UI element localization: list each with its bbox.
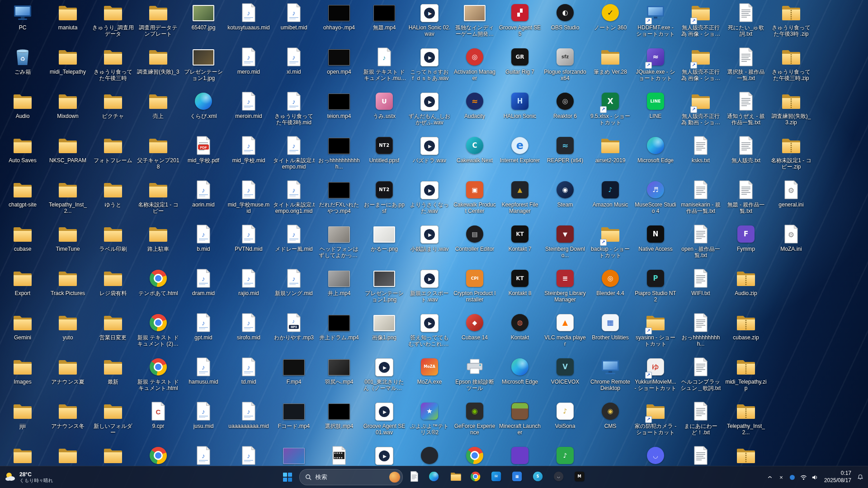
desktop-icon[interactable]: 孤独なインディーゲーム開発者の一生... <box>452 0 497 44</box>
desktop-icon[interactable]: アナウンス夏 <box>45 354 90 399</box>
kontakt-7[interactable]: KTKontakt 7 <box>497 221 542 266</box>
search-box[interactable]: 検索 <box>299 469 403 485</box>
desktop-icon[interactable]: ↗無人販売不正行為 動画 - ショートカット <box>678 89 723 133</box>
norton-360[interactable]: ✓ノートン 360 <box>588 0 633 44</box>
hddfmt-shortcut[interactable]: ↗HDDFMT.exe - ショートカット <box>633 0 678 44</box>
desktop-icon[interactable]: Export <box>0 266 45 310</box>
desktop-icon[interactable]: ♪td.mid <box>226 354 271 399</box>
desktop-icon[interactable]: WIFI.txt <box>678 266 723 310</box>
desktop-icon[interactable]: ▶こってｈｄすおｆｄｓｂあ.wav <box>407 44 452 89</box>
keepforest-file-manager[interactable]: ▲Keepforest File Manager <box>497 177 542 221</box>
pinned-app-file[interactable] <box>406 468 424 486</box>
desktop-icon[interactable]: ▶001_東北きりたん（ノーマル）_今じゃ... <box>362 354 407 399</box>
desktop-icon[interactable]: 選択肢.mp4 <box>316 399 362 443</box>
desktop-icon[interactable]: Track Pictures <box>45 266 90 310</box>
desktop-icon[interactable]: ♪ <box>542 443 588 466</box>
desktop-icon[interactable]: ♪ <box>226 443 271 466</box>
desktop-icon[interactable]: Mixdown <box>45 89 90 133</box>
desktop-icon[interactable]: ▶小銭詰まり.wav <box>407 221 452 266</box>
desktop-icon[interactable]: ピクチャ <box>90 89 136 133</box>
desktop-icon[interactable]: midi_Telepathy.zip <box>723 354 769 399</box>
steinberg-library-manager[interactable]: ≡Steinberg Library Manager <box>542 266 588 310</box>
desktop-icon[interactable]: cubase.zip <box>723 310 769 354</box>
pinned-m-app[interactable]: M <box>572 468 590 486</box>
desktop-icon[interactable] <box>678 443 723 466</box>
desktop-icon[interactable]: C9.cpr <box>136 399 181 443</box>
desktop-icon[interactable]: ohhayo-.mp4 <box>316 0 362 44</box>
desktop-icon[interactable]: おっhhhhhhhhhh... <box>678 310 723 354</box>
microsoft-edge[interactable]: Microsoft Edge <box>497 354 542 399</box>
start-button[interactable] <box>278 468 297 486</box>
pinned-mail[interactable]: ✉ <box>489 468 507 486</box>
desktop-icon[interactable]: ♪新規ソング.mid <box>271 266 316 310</box>
desktop-icon[interactable]: ksks.txt <box>678 133 723 177</box>
desktop-icon[interactable]: きゅうり食ってた午後3時 .zip <box>769 0 814 44</box>
desktop-icon[interactable]: ♪タイトル未設定.tempo.mid <box>271 133 316 177</box>
desktop-icon[interactable]: くらび.xml <box>181 89 226 133</box>
desktop-icon[interactable]: airset2-2019 <box>588 133 633 177</box>
crypton-product-installer[interactable]: CPICrypton Product Installer <box>452 266 497 310</box>
desktop-icon[interactable]: 新規 テキスト ドキュメント (2).html <box>136 310 181 354</box>
groove-agent-se-5[interactable]: ▞Groove Agent SE 5 <box>497 0 542 44</box>
desktop-icon[interactable]: 無人販売.txt <box>723 133 769 177</box>
desktop-icon[interactable]: ♪きゅうり食ってた午後3時.mid <box>271 89 316 133</box>
steinberg-download-assistant[interactable]: ▼Steinberg Downlo... <box>542 221 588 266</box>
desktop-icon[interactable]: open - 親作品一覧.txt <box>678 221 723 266</box>
tray-expand-button[interactable] <box>765 470 775 484</box>
pinned-discord[interactable]: ◡ <box>551 468 569 486</box>
desktop-icon[interactable]: ▶よりうさくなった.wav <box>407 177 452 221</box>
desktop-icon[interactable]: F.mp4 <box>271 354 316 399</box>
xlsx-shortcut[interactable]: X↗9.5.xlsx - ショートカット <box>588 89 633 133</box>
jquake-shortcut[interactable]: ≈↗JQuake.exe - ショートカット <box>633 44 678 89</box>
desktop-icon[interactable]: ♪jusu.mid <box>181 399 226 443</box>
desktop-icon[interactable]: ♪meroin.mid <box>226 89 271 133</box>
desktop-icon[interactable]: テンポあて.html <box>136 266 181 310</box>
desktop-icon[interactable]: ↗無人販売不正行為 画像 - ショートカッ... <box>678 0 723 44</box>
cms[interactable]: ◉CMS <box>588 399 633 443</box>
internet-explorer[interactable]: eInternet Explorer <box>497 133 542 177</box>
chrome-remote-desktop[interactable]: Chrome Remote Desktop <box>588 354 633 399</box>
desktop-icon[interactable]: ⚙MoZA.ini <box>769 221 814 266</box>
desktop-icon[interactable]: Audio.zip <box>723 266 769 310</box>
desktop-icon[interactable]: ▶新規エクスポート.wav <box>407 266 452 310</box>
plogue-sforzando[interactable]: sfzPlogue sforzando x64 <box>542 44 588 89</box>
desktop-icon[interactable] <box>407 443 452 466</box>
desktop-icon[interactable]: 調査練習(失敗)_3 <box>136 44 181 89</box>
epson-diagnostics[interactable]: Epson 接続診断ツール <box>452 354 497 399</box>
desktop-icon[interactable]: ♪PVTNd.mid <box>226 221 271 266</box>
desktop-icon[interactable]: ♪メドレー風.mid <box>271 221 316 266</box>
desktop-icon[interactable]: 調査練習(失敗)_3.zip <box>769 89 814 133</box>
reaper-x64[interactable]: ≈REAPER (x64) <box>542 133 588 177</box>
desktop-icon[interactable]: ↗backup - ショートカット <box>588 221 633 266</box>
desktop-icon[interactable]: アナウンス冬 <box>45 399 90 443</box>
tray-app-x[interactable]: × <box>776 470 786 484</box>
discord[interactable]: ◡ <box>633 443 678 466</box>
pinned-store[interactable]: ▦ <box>509 468 528 486</box>
desktop-icon[interactable]: ♪mid_学校muse.mid <box>226 177 271 221</box>
desktop-icon[interactable]: cubase <box>0 221 45 266</box>
desktop-icon[interactable]: きゅうり食ってた午後三時.zip <box>769 44 814 89</box>
desktop-icon[interactable]: ♪タイトル未設定.tempo.orig1.mid <box>271 177 316 221</box>
desktop-icon[interactable]: ♪sirofo.mid <box>226 310 271 354</box>
desktop-icon[interactable]: teion.mp4 <box>316 89 362 133</box>
desktop-icon[interactable]: ▶ずんだもん_しおかぜふ.wav <box>407 89 452 133</box>
desktop-icon[interactable]: ♪xl.mid <box>271 44 316 89</box>
desktop-icon[interactable]: プレゼンテーション1.png <box>362 266 407 310</box>
desktop-icon[interactable]: NT2Untitled.ppsf <box>362 133 407 177</box>
desktop-icon[interactable]: ♪MP3わかりやす.mp3 <box>271 310 316 354</box>
desktop-icon[interactable] <box>45 443 90 466</box>
desktop-icon[interactable]: 選択肢 - 親作品一覧.txt <box>723 44 769 89</box>
desktop-icon[interactable]: ♪aorin.mid <box>181 177 226 221</box>
yukkuri-movie-maker-shortcut[interactable]: ゆ↗YukkuriMovieM... - ショートカット <box>633 354 678 399</box>
desktop-icon[interactable]: 名称未設定1 - コピー.zip <box>769 133 814 177</box>
kontakt-8[interactable]: KTKontakt 8 <box>497 266 542 310</box>
desktop-icon[interactable] <box>0 443 45 466</box>
reaktor-6[interactable]: ◎Reaktor 6 <box>542 89 588 133</box>
microsoft-edge[interactable]: Microsoft Edge <box>633 133 678 177</box>
desktop-icon[interactable]: まにあにわーど！.txt <box>678 399 723 443</box>
voicevox[interactable]: VVOICEVOX <box>542 354 588 399</box>
network-button[interactable] <box>799 470 809 484</box>
desktop-icon[interactable]: ♪mero.mid <box>226 44 271 89</box>
cakewalk-product-center[interactable]: ▣Cakewalk Product Center <box>452 177 497 221</box>
line[interactable]: LINELINE <box>633 89 678 133</box>
